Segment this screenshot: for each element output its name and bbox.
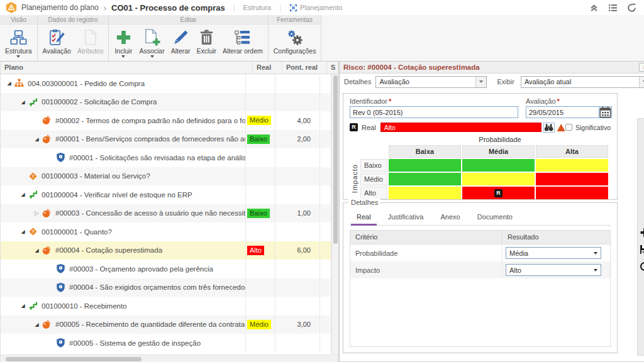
toolbar-group-label: Ferramentas — [269, 15, 321, 25]
breadcrumb-section[interactable]: Planejamento do plano — [21, 3, 99, 12]
vertical-scrollbar-thumb[interactable] — [333, 75, 338, 244]
collapse-toggle[interactable]: ◢ — [18, 99, 28, 105]
collapse-toggle[interactable]: ◢ — [18, 303, 28, 309]
column-header-criterio[interactable]: Critério — [350, 231, 502, 244]
window-button-reload[interactable] — [627, 3, 636, 13]
tree-row-score-cell — [275, 167, 320, 186]
tree-row-real-cell: Médio — [246, 315, 275, 334]
save-button[interactable] — [640, 244, 644, 255]
collapse-toggle[interactable]: ◢ — [4, 80, 14, 86]
tree-row[interactable]: #00002 - Termos de compra padrão não def… — [1, 111, 331, 130]
toolbar-button-alterar-ordem[interactable]: Alterar ordem — [219, 28, 266, 61]
tree-row-score-cell: 4,00 — [275, 111, 320, 130]
window-button-list-view[interactable] — [608, 3, 618, 13]
matrix-cell-médio-baixa[interactable] — [389, 173, 461, 185]
risk-detail-panel: Risco: #00004 - Cotação superestimada » … — [340, 62, 644, 362]
matrix-cell-baixo-média[interactable] — [462, 159, 535, 172]
toolbar-button-incluir[interactable]: Incluir — [111, 28, 136, 61]
tab-justificativa[interactable]: Justificativa — [381, 213, 431, 225]
tree-row[interactable]: ◢004.003000001 - Pedido de Compra — [1, 74, 331, 93]
toolbar-button-alterar[interactable]: Alterar — [168, 28, 194, 61]
column-header-s[interactable]: S — [327, 62, 338, 74]
toolbar-button-avaliacao[interactable]: Avaliação — [40, 28, 74, 61]
save-icon — [640, 244, 644, 255]
toolbar-button-associar[interactable]: Associar — [136, 28, 167, 61]
exibir-dropdown[interactable]: Avaliação atual — [521, 76, 644, 88]
column-header-plano[interactable]: Plano — [1, 62, 253, 74]
tree-row[interactable]: ◢#00001 - Bens/Serviços comprados de for… — [1, 130, 331, 149]
collapse-toggle[interactable]: ◢ — [18, 229, 28, 234]
toolbar-button-atributos: Atributos — [74, 28, 106, 61]
impacto-result-select[interactable]: Alto — [506, 264, 601, 276]
tree-row-real-cell — [246, 334, 275, 353]
tree-row[interactable]: ◢001000010 - Recebimento — [1, 297, 331, 315]
toolbar-button-label: Configurações — [274, 47, 316, 55]
tree-row[interactable]: ?001000003 - Material ou Serviço? — [1, 167, 331, 186]
horizontal-scrollbar-thumb[interactable] — [6, 357, 142, 361]
tree-row[interactable]: ◢#00005 - Recebimento de quantidade dife… — [1, 315, 331, 334]
tree-row-real-cell: Baixo — [246, 204, 275, 223]
column-header-resultado[interactable]: Resultado — [502, 231, 610, 244]
panel-expand-button[interactable]: » — [639, 63, 644, 72]
significativo-checkbox[interactable] — [565, 124, 572, 131]
page-title: CO01 - Processo de compras — [111, 3, 225, 13]
probabilidade-result-select[interactable]: Média — [506, 247, 601, 259]
chevron-down-icon — [594, 252, 597, 255]
matrix-cell-baixo-alta[interactable] — [536, 159, 608, 172]
tree-row-real-cell — [246, 297, 275, 315]
matrix-cell-alto-baixa[interactable] — [389, 187, 461, 199]
risk-level-badge: Baixo — [247, 134, 270, 144]
tree-row[interactable]: ◢?001000001 - Quanto? — [1, 222, 331, 241]
matrix-cell-baixo-baixa[interactable] — [389, 159, 461, 172]
toolbar-button-configuracoes[interactable]: Configurações — [270, 28, 319, 61]
detalhes-dropdown[interactable]: Avaliação — [375, 76, 487, 88]
column-header-pont-real[interactable]: Pont. real — [282, 62, 327, 74]
tree-row[interactable]: ◢001000002 - Solicitação de Compra — [1, 93, 331, 112]
tree-row[interactable]: ◢001000004 - Verificar nível de estoque … — [1, 185, 331, 204]
tree-item-label: #00005 - Recebimento de quantidade difer… — [55, 321, 246, 328]
window-button-collapse-toolbar[interactable] — [589, 3, 599, 13]
tree-row[interactable]: #00003 - Orçamento aprovado pela gerênci… — [1, 260, 331, 278]
tree-row-s-cell — [320, 93, 331, 112]
matrix-cell-médio-média[interactable] — [462, 173, 535, 185]
risk-icon — [42, 246, 52, 255]
header-link-estrutura[interactable]: Estrutura — [243, 4, 272, 11]
toolbar-button-label: Incluir — [114, 47, 132, 55]
matrix-cell-alto-média[interactable]: R — [462, 187, 535, 199]
collapse-toggle[interactable]: ◢ — [32, 136, 42, 142]
collapse-toggle[interactable]: ◢ — [32, 248, 42, 253]
criteria-row: ImpactoAlto — [350, 261, 610, 278]
tree-item-label: 001000001 - Quanto? — [42, 228, 112, 236]
tree-item-label: 004.003000001 - Pedido de Compra — [28, 80, 145, 87]
tree-row[interactable]: #00001 - Solicitações são revisadas na e… — [1, 148, 331, 167]
list-icon — [608, 3, 618, 13]
breadcrumb-separator: › — [104, 3, 106, 13]
toolbar-group-buttons: IncluirAssociarAlterarExcluirAlterar ord… — [109, 25, 267, 61]
binoculars-icon[interactable] — [543, 123, 554, 133]
structure-icon — [10, 28, 27, 46]
identificador-input[interactable]: Rev 0 (05-2015) — [350, 106, 518, 118]
tree-item-label: #00003 - Concessão de acesso à usuário q… — [55, 209, 246, 217]
tree-row[interactable]: ▷#00003 - Concessão de acesso à usuário … — [1, 204, 331, 223]
header-link-planejamento[interactable]: Planejamento — [289, 4, 342, 12]
refresh-button[interactable] — [640, 261, 644, 272]
tree-row[interactable]: #00005 - Sistema de gestão de inspeção — [1, 334, 331, 353]
expand-toggle[interactable]: ▷ — [32, 210, 42, 216]
matrix-real-marker-icon: R — [494, 189, 502, 197]
toolbar-button-estrutura[interactable]: Estrutura — [2, 28, 35, 61]
exibir-dropdown-value: Avaliação atual — [521, 78, 639, 85]
collapse-toggle[interactable]: ◢ — [18, 192, 28, 197]
toolbar-button-excluir[interactable]: Excluir — [194, 28, 220, 61]
calendar-icon[interactable] — [599, 106, 612, 118]
collapse-toggle[interactable]: ◢ — [32, 322, 42, 327]
matrix-cell-alto-alta[interactable] — [536, 187, 608, 199]
tab-documento[interactable]: Documento — [470, 213, 519, 225]
tree-row[interactable]: ◢#00004 - Cotação superestimadaAlto6,00 — [1, 241, 331, 260]
column-header-real[interactable]: Real — [253, 62, 282, 74]
add-button[interactable] — [640, 228, 644, 238]
tab-anexo[interactable]: Anexo — [433, 213, 467, 225]
tree-row[interactable]: #00004 - São exigidos orçamentos com trê… — [1, 278, 331, 297]
matrix-cell-médio-alta[interactable] — [536, 173, 608, 185]
tab-real[interactable]: Real — [350, 213, 378, 225]
avaliacao-date-input[interactable]: 29/05/2015 — [526, 106, 599, 118]
